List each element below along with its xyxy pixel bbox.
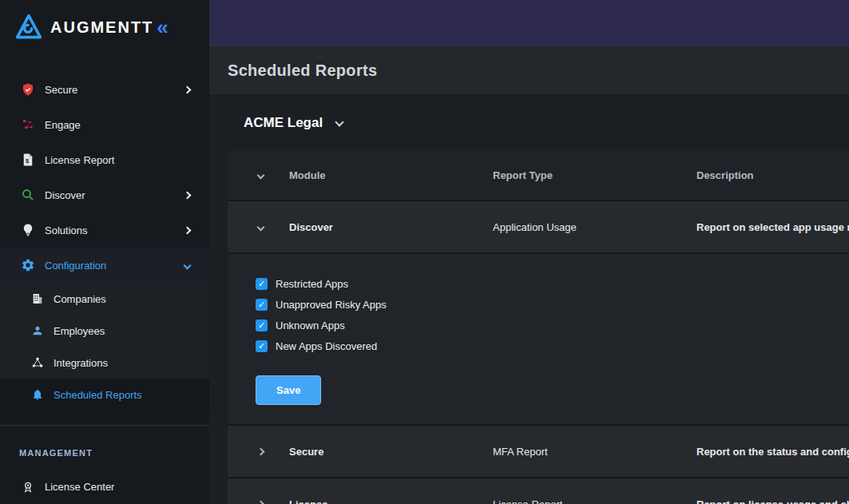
module-cell: Discover <box>289 221 493 233</box>
checkbox-label: Unapproved Risky Apps <box>276 299 387 311</box>
module-cell: License <box>289 498 493 504</box>
description-cell: Report on selected app usage m <box>696 221 849 233</box>
person-icon <box>30 323 45 338</box>
checkbox-checked-icon[interactable] <box>256 319 268 331</box>
sidebar-item-companies[interactable]: Companies <box>0 283 209 315</box>
lightbulb-icon <box>20 222 36 238</box>
company-selector[interactable]: ACME Legal <box>244 115 849 131</box>
description-cell: Report on the status and config <box>696 446 849 458</box>
document-dollar-icon: $ <box>20 152 36 168</box>
shield-icon <box>20 81 36 97</box>
checkbox-label: New Apps Discovered <box>276 340 377 352</box>
sidebar-item-employees[interactable]: Employees <box>0 315 209 347</box>
top-navigation-bar <box>209 0 849 46</box>
save-button[interactable]: Save <box>256 375 321 405</box>
sidebar-item-label: Employees <box>54 325 105 337</box>
sidebar-item-label: Companies <box>54 293 106 305</box>
chevron-right-icon <box>257 447 265 455</box>
content-area: ACME Legal Module Report Type Descriptio… <box>209 94 849 504</box>
sidebar-item-solutions[interactable]: Solutions <box>0 212 209 248</box>
report-type-cell: Application Usage <box>493 221 696 233</box>
chevron-right-icon <box>184 191 192 199</box>
chevron-down-icon <box>184 261 192 269</box>
configuration-submenu: Companies Employees <box>0 283 209 411</box>
report-type-cell: MFA Report <box>493 446 696 458</box>
page-title-bar: Scheduled Reports <box>209 46 849 94</box>
checkbox-checked-icon[interactable] <box>256 299 268 311</box>
column-header-description: Description <box>696 169 849 181</box>
description-cell: Report on license usage and ch <box>696 498 849 504</box>
sidebar-item-label: Engage <box>45 119 81 131</box>
sidebar-item-label: Configuration <box>45 260 106 272</box>
chevron-right-icon <box>184 226 192 234</box>
sidebar-item-license-center[interactable]: License Center <box>0 469 209 504</box>
collapse-sidebar-icon[interactable]: « <box>157 19 168 36</box>
expand-all-toggle[interactable] <box>228 173 289 178</box>
sidebar-item-discover[interactable]: Discover <box>0 177 209 212</box>
row-expand-toggle[interactable] <box>228 449 289 454</box>
sidebar-item-label: Secure <box>45 84 77 96</box>
discover-expanded-panel: Restricted Apps Unapproved Risky Apps Un… <box>228 252 849 424</box>
sidebar-item-label: Solutions <box>45 224 87 236</box>
company-selector-value: ACME Legal <box>244 115 323 131</box>
column-header-module: Module <box>289 169 493 181</box>
checkbox-option: New Apps Discovered <box>256 335 849 356</box>
table-row-license[interactable]: License License Report Report on license… <box>228 477 849 504</box>
license-gear-icon <box>20 478 36 494</box>
chevron-right-icon <box>184 85 192 93</box>
sidebar: AUGMENTT « Secure <box>0 0 209 504</box>
chevron-down-icon <box>335 117 344 126</box>
sidebar-item-license-report[interactable]: $ License Report <box>0 142 209 177</box>
management-section-label: MANAGEMENT <box>0 426 209 458</box>
checkbox-label: Restricted Apps <box>276 278 348 290</box>
sidebar-item-label: License Report <box>45 154 114 166</box>
table-row-discover[interactable]: Discover Application Usage Report on sel… <box>228 200 849 252</box>
column-header-report-type: Report Type <box>493 169 696 181</box>
building-icon <box>30 292 45 306</box>
bell-icon <box>30 387 45 402</box>
logo-text: AUGMENTT <box>50 18 153 37</box>
sidebar-item-label: Scheduled Reports <box>54 389 142 401</box>
chevron-right-icon <box>257 500 265 504</box>
augmentt-logo-icon <box>14 13 43 42</box>
sidebar-item-scheduled-reports[interactable]: Scheduled Reports <box>0 379 209 411</box>
report-type-cell: License Report <box>493 498 696 504</box>
checkbox-option: Unapproved Risky Apps <box>256 294 849 315</box>
sidebar-item-secure[interactable]: Secure <box>0 72 209 107</box>
magnifier-icon <box>20 187 36 203</box>
checkbox-option: Restricted Apps <box>256 273 849 294</box>
checkbox-checked-icon[interactable] <box>256 340 268 352</box>
module-cell: Secure <box>289 446 493 458</box>
sidebar-item-configuration[interactable]: Configuration <box>0 248 209 283</box>
network-dots-icon <box>20 117 36 133</box>
table-row-secure[interactable]: Secure MFA Report Report on the status a… <box>228 424 849 477</box>
app-root: AUGMENTT « Secure <box>0 0 849 504</box>
row-expand-toggle[interactable] <box>228 502 289 504</box>
sidebar-nav: Secure Engage <box>0 72 209 504</box>
chevron-down-icon <box>257 171 265 179</box>
table-header-row: Module Report Type Description <box>228 150 849 200</box>
gear-icon <box>20 257 36 273</box>
main-area: Scheduled Reports ACME Legal Module Repo… <box>209 0 849 504</box>
sidebar-item-engage[interactable]: Engage <box>0 107 209 142</box>
chevron-down-icon <box>257 223 265 231</box>
checkbox-checked-icon[interactable] <box>256 278 268 290</box>
sidebar-item-integrations[interactable]: Integrations <box>0 347 209 379</box>
checkbox-option: Unknown Apps <box>256 315 849 335</box>
sidebar-item-label: License Center <box>45 481 114 493</box>
logo-row: AUGMENTT « <box>0 0 209 46</box>
org-chart-icon <box>30 355 45 370</box>
checkbox-label: Unknown Apps <box>276 319 345 331</box>
page-title: Scheduled Reports <box>228 62 377 80</box>
sidebar-item-label: Discover <box>45 189 85 201</box>
sidebar-item-label: Integrations <box>54 357 108 369</box>
reports-table: Module Report Type Description Discover … <box>228 150 849 504</box>
row-expand-toggle[interactable] <box>228 224 289 230</box>
